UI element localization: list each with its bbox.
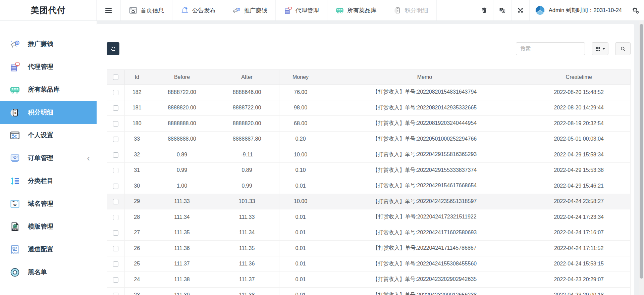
admin-expiry-text: Admin 到期时间：2031-10-24	[549, 7, 622, 14]
row-checkbox[interactable]	[113, 105, 118, 111]
translate-button[interactable]: 文A	[493, 0, 511, 20]
cell-memo: 【打赏收入】单号:20220423200012656238	[322, 287, 527, 295]
cell-before: 8888820.00	[149, 100, 215, 116]
settings-button[interactable]	[627, 0, 644, 20]
select-all-checkbox[interactable]	[113, 75, 118, 80]
cell-id: 27	[125, 225, 149, 241]
row-checkbox[interactable]	[113, 261, 118, 267]
cell-money: 0.20	[279, 131, 322, 147]
cell-createtime: 2022-08-19 20:32:54	[527, 116, 631, 132]
table-row: 25111.37111.360.01【打赏收入】单号:2022042415530…	[107, 256, 631, 272]
tab-label: 代理管理	[296, 6, 319, 14]
column-header-money[interactable]: Money	[279, 70, 322, 85]
column-header-id[interactable]: Id	[125, 70, 149, 85]
refresh-icon	[110, 46, 116, 52]
topnav-tab-points[interactable]: $积分明细	[385, 0, 437, 20]
row-checkbox[interactable]	[113, 90, 118, 95]
topbar-actions: 文A	[475, 0, 529, 20]
row-checkbox[interactable]	[113, 152, 118, 158]
cell-memo: 【打赏收入】单号:20220423202902942635	[322, 272, 527, 288]
column-header-after[interactable]: After	[215, 70, 279, 85]
row-checkbox[interactable]	[113, 199, 118, 204]
trash-button[interactable]	[475, 0, 493, 20]
announcement-icon	[180, 6, 189, 15]
row-checkbox[interactable]	[113, 137, 118, 142]
table-body: 1828888722.008888646.0076.00【打赏收入】单号:202…	[107, 85, 631, 295]
profile-settings-icon	[9, 130, 20, 141]
topnav-tab-announcement[interactable]: 公告发布	[172, 0, 224, 20]
sidebar-item-agent[interactable]: 代理管理	[0, 55, 97, 78]
dish-library-icon	[9, 84, 20, 95]
cell-id: 25	[125, 256, 149, 272]
agent-manage-icon	[9, 61, 20, 72]
cell-before: 111.39	[149, 287, 215, 295]
table-row: 338888888.008888887.800.20【打赏收入】单号:20220…	[107, 131, 631, 147]
sidebar-item-points[interactable]: $积分明细	[0, 101, 97, 124]
row-checkbox[interactable]	[113, 277, 118, 283]
cell-before: 111.36	[149, 241, 215, 256]
sidebar-toggle-button[interactable]	[97, 0, 121, 20]
translate-icon: 文A	[499, 7, 506, 14]
row-checkbox[interactable]	[113, 168, 118, 173]
refresh-button[interactable]	[107, 42, 119, 55]
chevron-left-icon[interactable]: ‹	[87, 154, 90, 162]
topnav-tab-promote[interactable]: $推广赚钱	[224, 0, 276, 20]
cell-money: 0.01	[279, 225, 322, 241]
cell-createtime: 2022-05-01 00:03:04	[527, 131, 631, 147]
row-checkbox[interactable]	[113, 230, 118, 236]
points-detail-icon: $	[9, 107, 20, 118]
row-select-cell	[107, 100, 125, 116]
cell-after: 101.33	[215, 194, 279, 209]
cell-createtime: 2022-08-20 14:29:44	[527, 100, 631, 116]
topnav-tab-agent[interactable]: 代理管理	[276, 0, 327, 20]
row-checkbox[interactable]	[113, 184, 118, 189]
cell-memo: 【打赏收入】单号:20220424235651318597	[322, 194, 527, 209]
scrollbar-thumb[interactable]	[640, 24, 643, 279]
sidebar-item-category[interactable]: 分类栏目	[0, 169, 97, 192]
cell-id: 182	[125, 85, 149, 100]
sidebar-item-template[interactable]: HTML模版管理	[0, 215, 97, 238]
search-input[interactable]	[516, 42, 585, 55]
sidebar-item-domain[interactable]: w域名管理	[0, 192, 97, 215]
table-row: 26111.36111.350.01【打赏收入】单号:2022042417114…	[107, 241, 631, 256]
cell-memo: 【打赏收入】单号:20220424155308455560	[322, 256, 527, 272]
grid-icon	[595, 46, 601, 52]
column-header-before[interactable]: Before	[149, 70, 215, 85]
row-select-cell	[107, 162, 125, 178]
cell-memo: 【打赏收入】单号:20220819203240444954	[322, 116, 527, 132]
gear-icon	[632, 6, 640, 14]
user-menu[interactable]: Admin 到期时间：2031-10-24	[529, 0, 627, 20]
dish-library-icon	[335, 6, 344, 15]
tab-label: 公告发布	[192, 6, 216, 14]
table-row: 301.000.990.01【打赏收入】单号:20220429154617668…	[107, 178, 631, 194]
sidebar-item-orders[interactable]: 订单管理‹	[0, 147, 97, 169]
cell-createtime: 2022-04-24 15:53:15	[527, 256, 631, 272]
svg-text:$: $	[397, 9, 398, 12]
column-header-createtime[interactable]: Createtime	[527, 70, 631, 85]
cell-after: 0.89	[215, 162, 279, 178]
sidebar-item-blacklist[interactable]: 黑名单	[0, 261, 97, 284]
sidebar-item-profile[interactable]: 个人设置	[0, 124, 97, 147]
table-row: 24111.38111.370.01【打赏收入】单号:2022042320290…	[107, 272, 631, 288]
cell-before: 0.99	[149, 162, 215, 178]
topnav-tab-home[interactable]: 首页信息	[121, 0, 172, 20]
cell-memo: 【打赏收入】单号:20220424171602580693	[322, 225, 527, 241]
cell-before: 8888722.00	[149, 85, 215, 100]
sidebar-item-dishes[interactable]: 所有菜品库	[0, 78, 97, 101]
columns-dropdown-button[interactable]	[592, 42, 608, 55]
column-header-memo[interactable]: Memo	[322, 70, 527, 85]
cell-before: 8888888.00	[149, 131, 215, 147]
cell-createtime: 2022-08-20 15:48:52	[527, 85, 631, 100]
table-row: 1808888888.008888820.0068.00【打赏收入】单号:202…	[107, 116, 631, 132]
topnav-tab-dishes[interactable]: 所有菜品库	[327, 0, 385, 20]
search-button[interactable]	[615, 42, 631, 55]
row-checkbox[interactable]	[113, 215, 118, 220]
row-checkbox[interactable]	[113, 293, 118, 295]
app-logo: 美团代付	[0, 0, 97, 20]
cell-after: 111.37	[215, 272, 279, 288]
row-checkbox[interactable]	[113, 246, 118, 251]
fullscreen-button[interactable]	[511, 0, 529, 20]
row-checkbox[interactable]	[113, 121, 118, 127]
sidebar-item-channel[interactable]: $通道配置	[0, 238, 97, 261]
sidebar-item-promote[interactable]: $推广赚钱	[0, 33, 97, 55]
